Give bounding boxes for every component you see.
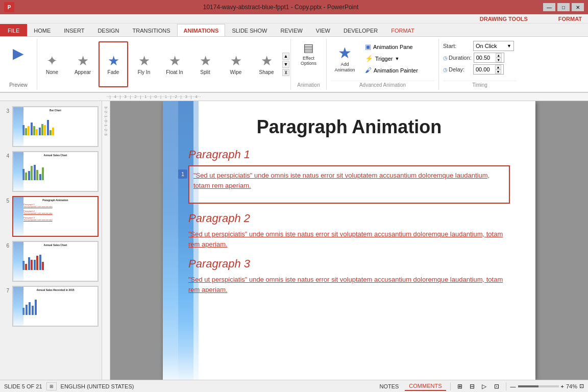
slides-panel: 3 Bar Chart 4 — [0, 101, 102, 380]
anim-item-floatin[interactable]: ★ Float In — [160, 41, 189, 87]
tab-view[interactable]: VIEW — [309, 24, 337, 36]
reading-view-btn[interactable]: ▷ — [479, 381, 489, 391]
duration-up-btn[interactable]: ▲ — [496, 53, 502, 58]
paragraph-3-heading: Paragraph 3 — [188, 257, 510, 271]
split-label: Split — [200, 69, 210, 75]
animation-pane-icon: ▣ — [365, 43, 371, 51]
normal-view-btn[interactable]: ⊞ — [455, 381, 465, 391]
advanced-animation-group: ★ AddAnimation ▣ Animation Pane ⚡ Trigge… — [327, 39, 439, 90]
animation-painter-button[interactable]: 🖌 Animation Painter — [363, 65, 420, 75]
paragraph-2-section: Paragraph 2 "Sed ut perspiciatis" unde o… — [188, 212, 510, 249]
slide-thumb-6[interactable]: 6 Annual Sales Chart — [2, 240, 100, 283]
slide-preview-5[interactable]: Paragraph Animation Paragraph 1 "Sed ut … — [12, 196, 99, 237]
slide-preview-4[interactable]: Annual Sales Chart — [12, 151, 99, 192]
duration-input[interactable]: 00.50 ▲ ▼ — [474, 53, 504, 63]
tab-format[interactable]: FORMAT — [384, 24, 421, 36]
app-icon: P — [4, 2, 14, 12]
anim-item-fade[interactable]: ★ Fade — [99, 41, 128, 87]
maximize-btn[interactable]: □ — [557, 3, 570, 11]
tab-insert[interactable]: INSERT — [57, 24, 91, 36]
slide-thumb-7[interactable]: 7 Annual Sales Recorded in 2015 — [2, 285, 100, 328]
trigger-dropdown-icon: ▼ — [395, 56, 399, 61]
slide-preview-7[interactable]: Annual Sales Recorded in 2015 — [12, 286, 99, 327]
preview-group: ▶ Preview — [0, 39, 37, 90]
duration-icon: ◷ — [443, 55, 448, 61]
minimize-btn[interactable]: — — [543, 3, 555, 11]
scroll-down-btn[interactable]: ▼ — [282, 61, 289, 68]
notes-button[interactable]: NOTES — [375, 382, 403, 390]
add-animation-label: AddAnimation — [334, 62, 355, 73]
delay-down-btn[interactable]: ▼ — [495, 69, 501, 74]
effect-options-button[interactable]: ▤ EffectOptions — [296, 41, 322, 66]
scroll-up-btn[interactable]: ▲ — [282, 53, 289, 60]
timing-group: Start: On Click ▼ ◷ Duration: 00.50 ▲ ▼ … — [439, 39, 521, 90]
paragraph-3-body: "Sed ut perspiciatis" unde omnis iste na… — [188, 275, 510, 295]
anim-item-shape[interactable]: ★ Shape — [252, 41, 281, 87]
anim-item-none[interactable]: ✦ None — [37, 41, 67, 87]
add-animation-button[interactable]: ★ AddAnimation — [331, 44, 359, 73]
ruler-v-content: 3··2··1··0··1··2··3 — [104, 106, 108, 136]
tab-design[interactable]: DESIGN — [91, 24, 126, 36]
advanced-buttons: ▣ Animation Pane ⚡ Trigger ▼ 🖌 Animation… — [363, 42, 420, 75]
anim-item-split[interactable]: ★ Split — [190, 41, 220, 87]
slide-preview-6[interactable]: Annual Sales Chart — [12, 241, 99, 282]
animation-painter-label: Animation Painter — [374, 67, 418, 74]
ruler-vertical: 3··2··1··0··1··2··3 — [102, 101, 110, 380]
slide-preview-3[interactable]: Bar Chart — [12, 106, 99, 147]
paragraph-2-heading: Paragraph 2 — [188, 212, 510, 225]
zoom-out-btn[interactable]: — — [510, 383, 516, 389]
canvas-area: Paragraph Animation Paragraph 1 1 "Sed u… — [110, 101, 588, 380]
slide-sorter-btn[interactable]: ⊟ — [467, 381, 477, 391]
duration-label: Duration: — [449, 55, 472, 61]
slide-num-5: 5 — [3, 198, 9, 204]
fit-to-window-btn[interactable]: ⊡ — [579, 383, 584, 389]
duration-down-btn[interactable]: ▼ — [496, 58, 502, 62]
close-btn[interactable]: ✕ — [572, 3, 584, 11]
tab-file[interactable]: FILE — [0, 24, 27, 36]
anim-item-wipe[interactable]: ★ Wipe — [221, 41, 251, 87]
trigger-button[interactable]: ⚡ Trigger ▼ — [363, 54, 420, 63]
status-bar: SLIDE 5 OF 21 ⊞ ENGLISH (UNITED STATES) … — [0, 380, 588, 392]
floatin-label: Float In — [166, 69, 183, 75]
fade-icon: ★ — [108, 54, 119, 67]
anim-item-flyin[interactable]: ★ Fly In — [129, 41, 159, 87]
tab-developer[interactable]: DEVELOPER — [337, 24, 384, 36]
delay-input[interactable]: 00.00 ▲ ▼ — [473, 64, 504, 75]
status-divider — [450, 382, 451, 390]
start-input[interactable]: On Click ▼ — [473, 41, 514, 51]
animated-paragraph-box[interactable]: "Sed ut perspiciatis" unde omnis iste na… — [188, 165, 510, 204]
language-label: ENGLISH (UNITED STATES) — [61, 383, 134, 389]
preview-button[interactable]: ▶ — [6, 41, 31, 65]
paragraph-1-section: Paragraph 1 1 "Sed ut perspiciatis" unde… — [188, 148, 510, 204]
split-icon: ★ — [200, 54, 211, 67]
tab-review[interactable]: REVIEW — [274, 24, 309, 36]
zoom-in-btn[interactable]: + — [561, 383, 564, 389]
slide-canvas: Paragraph Animation Paragraph 1 1 "Sed u… — [163, 101, 535, 380]
start-row: Start: On Click ▼ — [443, 41, 517, 51]
zoom-fill — [518, 385, 538, 387]
animation-pane-button[interactable]: ▣ Animation Pane — [363, 42, 420, 52]
scroll-more-btn[interactable]: ⊻ — [282, 69, 289, 76]
presenter-view-btn[interactable]: ⊡ — [492, 381, 502, 391]
slide-num-4: 4 — [3, 153, 9, 159]
delay-up-btn[interactable]: ▲ — [495, 65, 501, 69]
animated-paragraph-wrapper[interactable]: 1 "Sed ut perspiciatis" unde omnis iste … — [188, 165, 510, 204]
slide-info: SLIDE 5 OF 21 — [4, 383, 42, 389]
tab-slideshow[interactable]: SLIDE SHOW — [225, 24, 274, 36]
delay-label-wrapper: ◷ Delay: — [443, 66, 471, 72]
appear-icon: ★ — [77, 54, 89, 67]
delay-row: ◷ Delay: 00.00 ▲ ▼ — [443, 64, 517, 75]
tab-animations[interactable]: ANIMATIONS — [177, 24, 226, 36]
tab-home[interactable]: HOME — [27, 24, 57, 36]
anim-item-appear[interactable]: ★ Appear — [68, 41, 97, 87]
slide-thumb-3[interactable]: 3 Bar Chart — [2, 105, 100, 148]
slide-thumb-4[interactable]: 4 Annual Sales Chart — [2, 150, 100, 193]
slide-thumb-5[interactable]: 5 Paragraph Animation Paragraph 1 "Sed u… — [2, 195, 100, 238]
delay-value: 00.00 — [476, 66, 490, 72]
comments-button[interactable]: COMMENTS — [405, 382, 446, 391]
tab-transitions[interactable]: TRANSITIONS — [126, 24, 177, 36]
slide-num-3: 3 — [3, 108, 9, 114]
zoom-slider[interactable] — [518, 385, 559, 387]
duration-value: 00.50 — [476, 55, 491, 61]
none-label: None — [46, 69, 58, 75]
